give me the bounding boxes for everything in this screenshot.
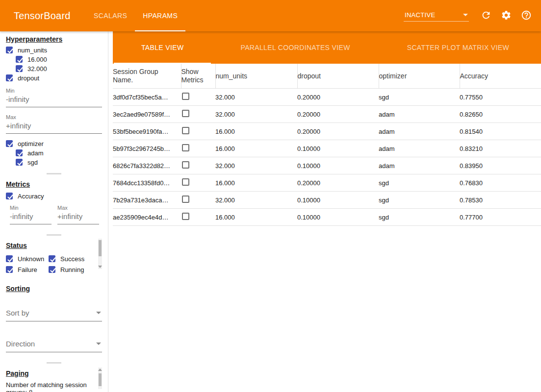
paging-scrollbar[interactable]	[98, 368, 102, 389]
hparam-num-units[interactable]: num_units	[6, 46, 102, 54]
checkbox-icon	[49, 266, 55, 273]
session-group-name: 3ec2aed9e07589f…	[113, 106, 181, 123]
session-group-name: 53bf5bece9190fa…	[113, 123, 181, 140]
status-scrollbar[interactable]	[98, 239, 102, 269]
tab-parallel-coordinates-view[interactable]: PARALLEL COORDINATES VIEW	[212, 31, 378, 64]
dropout-max-input[interactable]	[6, 120, 102, 134]
tab-hparams[interactable]: HPARAMS	[135, 0, 185, 31]
checkbox-icon	[16, 56, 23, 63]
cell-optimizer: adam	[379, 123, 460, 140]
status-unknown[interactable]: Unknown	[6, 255, 49, 263]
checkbox-icon	[6, 255, 13, 262]
session-group-name: 7b29a731e3daca…	[113, 192, 181, 209]
hyperparameters-section: Hyperparameters num_units 16.000 32.000 …	[0, 31, 108, 171]
checkbox-icon	[16, 159, 23, 166]
show-metrics-checkbox[interactable]	[182, 196, 189, 203]
checkbox-icon	[6, 47, 13, 53]
direction-select[interactable]: Direction	[6, 338, 102, 352]
hparam-value-sgd[interactable]: sgd	[16, 158, 102, 166]
metric-min-input[interactable]	[10, 211, 52, 224]
sorting-section: Sorting Sort by Direction	[0, 281, 108, 355]
session-group-name: 5b97f3c2967245b…	[113, 140, 181, 157]
section-resize-handle[interactable]	[47, 362, 61, 364]
metric-accuracy[interactable]: Accuracy	[6, 192, 102, 200]
cell-num-units: 32.000	[215, 89, 297, 106]
refresh-button[interactable]	[480, 10, 492, 22]
matching-groups-text: Number of matching session groups: 8	[6, 381, 92, 392]
checkbox-icon	[16, 65, 23, 72]
section-resize-handle[interactable]	[47, 234, 61, 236]
scrollbar-thumb[interactable]	[99, 240, 102, 256]
tab-scalars[interactable]: SCALARS	[86, 0, 135, 31]
view-tabs: TABLE VIEW PARALLEL COORDINATES VIEW SCA…	[113, 31, 541, 64]
table-row: 7684dcc13358fd0… 16.000 0.20000 sgd 0.76…	[113, 174, 541, 192]
dropout-min-field: Min	[6, 88, 102, 107]
metric-max-input[interactable]	[57, 211, 99, 224]
show-metrics-checkbox[interactable]	[182, 178, 189, 186]
status-failure[interactable]: Failure	[6, 266, 49, 273]
cell-optimizer: sgd	[379, 174, 460, 192]
help-button[interactable]	[520, 10, 532, 22]
cell-num-units: 16.000	[215, 123, 297, 140]
sorting-heading: Sorting	[6, 285, 102, 293]
max-label: Max	[57, 205, 99, 211]
help-icon	[521, 10, 532, 21]
show-metrics-checkbox[interactable]	[182, 161, 189, 169]
cell-accuracy: 0.83950	[460, 157, 541, 174]
settings-button[interactable]	[500, 10, 512, 22]
cell-num-units: 16.000	[215, 174, 297, 192]
show-metrics-checkbox[interactable]	[182, 127, 189, 134]
column-dropout: dropout	[297, 64, 379, 89]
cell-optimizer: sgd	[379, 209, 460, 226]
cell-dropout: 0.20000	[297, 89, 379, 106]
cell-accuracy: 0.83210	[460, 140, 541, 157]
hparam-value-32[interactable]: 32.000	[16, 65, 102, 73]
cell-num-units: 32.000	[215, 192, 297, 209]
scrollbar-thumb[interactable]	[99, 373, 102, 386]
checkbox-icon	[6, 74, 13, 81]
section-resize-handle[interactable]	[47, 173, 61, 174]
column-session-group-name: Session Group Name.	[113, 64, 181, 89]
checkbox-icon	[6, 193, 13, 199]
cell-dropout: 0.20000	[297, 123, 379, 140]
checkbox-icon	[6, 140, 13, 147]
cell-accuracy: 0.77700	[460, 209, 541, 226]
scroll-down-icon[interactable]	[98, 266, 102, 268]
status-success[interactable]: Success	[49, 255, 91, 263]
scroll-up-icon[interactable]	[98, 368, 102, 371]
status-running[interactable]: Running	[49, 266, 91, 273]
show-metrics-checkbox[interactable]	[182, 110, 189, 117]
sort-by-select[interactable]: Sort by	[6, 307, 102, 321]
metrics-section: Metrics Accuracy Min Max	[0, 176, 108, 227]
dropout-min-input[interactable]	[6, 94, 102, 107]
reload-interval-select[interactable]: INACTIVE	[404, 10, 469, 22]
tab-scatter-plot-matrix-view[interactable]: SCATTER PLOT MATRIX VIEW	[379, 31, 538, 64]
status-filter-grid: Unknown Success Failure Running	[6, 253, 102, 275]
app-title: TensorBoard	[0, 0, 86, 31]
table-row: 6826c7fa3322d82… 32.000 0.10000 adam 0.8…	[113, 157, 541, 174]
checkbox-icon	[6, 266, 13, 273]
show-metrics-checkbox[interactable]	[182, 213, 189, 220]
cell-dropout: 0.10000	[297, 157, 379, 174]
hparam-optimizer[interactable]: optimizer	[6, 140, 102, 147]
hparam-value-16[interactable]: 16.000	[16, 55, 102, 63]
dashboard-tabs: SCALARS HPARAMS	[86, 0, 185, 31]
tab-table-view[interactable]: TABLE VIEW	[113, 31, 212, 64]
session-group-name: 7684dcc13358fd0…	[113, 174, 181, 192]
show-metrics-checkbox[interactable]	[182, 144, 189, 151]
cell-accuracy: 0.77550	[460, 89, 541, 106]
status-section: Status Unknown Success Failure Running	[0, 238, 108, 278]
direction-value: Direction	[6, 340, 35, 348]
show-metrics-checkbox[interactable]	[182, 93, 189, 100]
column-num-units: num_units	[215, 64, 297, 89]
toolbar-actions: INACTIVE	[404, 0, 541, 31]
chevron-down-icon	[463, 14, 468, 16]
table-row: 5b97f3c2967245b… 16.000 0.10000 adam 0.8…	[113, 140, 541, 157]
chevron-down-icon	[96, 343, 101, 345]
cell-optimizer: sgd	[379, 89, 460, 106]
metric-min-field: Min	[10, 205, 52, 224]
cell-num-units: 16.000	[215, 140, 297, 157]
hparam-value-adam[interactable]: adam	[16, 149, 102, 157]
hparam-dropout[interactable]: dropout	[6, 74, 102, 82]
cell-accuracy: 0.78530	[460, 192, 541, 209]
